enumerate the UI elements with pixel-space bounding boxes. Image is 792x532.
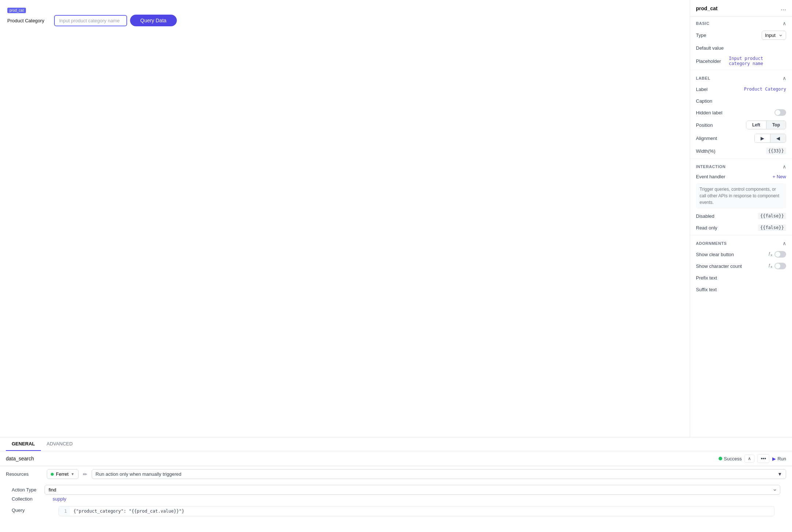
read-only-value: {{false}} bbox=[758, 224, 786, 231]
action-type-label: Action Type bbox=[12, 487, 45, 493]
tab-advanced[interactable]: ADVANCED bbox=[41, 437, 79, 451]
query-line-number: 1 bbox=[59, 506, 70, 516]
interaction-collapse-button[interactable]: ∧ bbox=[783, 164, 786, 170]
bottom-panel: GENERAL ADVANCED data_search Success ∧ •… bbox=[0, 437, 792, 532]
show-char-count-row: Show character count ƒx bbox=[690, 260, 792, 272]
show-char-count-toggle[interactable] bbox=[774, 263, 786, 269]
more-options-button[interactable]: ... bbox=[781, 4, 786, 12]
prefix-text-label: Prefix text bbox=[696, 275, 729, 281]
placeholder-row: Placeholder Input product category name bbox=[690, 54, 792, 68]
read-only-row: Read only {{false}} bbox=[690, 222, 792, 233]
divider-3 bbox=[690, 235, 792, 235]
toolbar-right: Success ∧ ••• ▶ Run bbox=[719, 454, 786, 463]
caption-row: Caption bbox=[690, 95, 792, 107]
new-event-handler-button[interactable]: + New bbox=[773, 174, 786, 179]
label-section-header: LABEL ∧ bbox=[690, 72, 792, 83]
basic-collapse-button[interactable]: ∧ bbox=[783, 20, 786, 26]
type-row: Type Input bbox=[690, 28, 792, 42]
query-editor[interactable]: 1 {"product_category": "{{prod_cat.value… bbox=[58, 506, 774, 516]
hidden-label-prop: Hidden label bbox=[696, 110, 729, 115]
disabled-value: {{false}} bbox=[758, 213, 786, 219]
collection-row: Collection supply bbox=[6, 496, 786, 502]
alignment-group: ▶ ◀ bbox=[754, 134, 786, 143]
query-label-row: Query 1 {"product_category": "{{prod_cat… bbox=[6, 505, 786, 518]
edit-icon[interactable]: ✏ bbox=[83, 471, 87, 477]
canvas-area: prod_cat Product Category Query Data bbox=[0, 0, 690, 437]
trigger-chevron-icon: ▼ bbox=[777, 471, 782, 477]
resource-name: Ferret bbox=[56, 471, 69, 477]
adornments-collapse-button[interactable]: ∧ bbox=[783, 240, 786, 246]
type-select[interactable]: Input bbox=[762, 31, 786, 40]
panel-title: prod_cat bbox=[696, 5, 717, 11]
adornments-section-header: ADORNMENTS ∧ bbox=[690, 237, 792, 248]
success-label: Success bbox=[724, 456, 742, 461]
success-badge: Success bbox=[719, 456, 742, 461]
show-char-count-controls: ƒx bbox=[768, 263, 786, 269]
placeholder-label: Placeholder bbox=[696, 58, 729, 64]
more-options-bottom-button[interactable]: ••• bbox=[757, 454, 769, 463]
run-button[interactable]: ▶ Run bbox=[772, 456, 786, 461]
show-clear-row: Show clear button ƒx bbox=[690, 248, 792, 260]
align-left-button[interactable]: ▶ bbox=[755, 134, 770, 142]
divider-2 bbox=[690, 158, 792, 159]
disabled-row: Disabled {{false}} bbox=[690, 210, 792, 222]
query-data-button[interactable]: Query Data bbox=[130, 15, 177, 26]
alignment-label: Alignment bbox=[696, 136, 729, 141]
chevron-up-button[interactable]: ∧ bbox=[745, 455, 754, 463]
right-panel: prod_cat ... BASIC ∧ Type Input Default … bbox=[690, 0, 792, 437]
position-label: Position bbox=[696, 122, 729, 128]
event-description: Trigger queries, control components, or … bbox=[696, 183, 786, 209]
default-value-row: Default value bbox=[690, 42, 792, 54]
query-code: {"product_category": "{{prod_cat.value}}… bbox=[70, 506, 774, 516]
label-value: Product Category bbox=[744, 87, 786, 92]
basic-section-title: BASIC bbox=[696, 21, 709, 26]
position-top-button[interactable]: Top bbox=[766, 121, 786, 129]
hidden-label-row: Hidden label bbox=[690, 107, 792, 118]
widget-tag: prod_cat bbox=[7, 8, 26, 13]
app-container: prod_cat Product Category Query Data pro… bbox=[0, 0, 792, 532]
position-group: Left Top bbox=[746, 121, 786, 129]
resource-dot bbox=[51, 473, 54, 476]
adornments-section-title: ADORNMENTS bbox=[696, 241, 727, 246]
hidden-label-toggle[interactable] bbox=[774, 109, 786, 116]
show-clear-toggle[interactable] bbox=[774, 251, 786, 258]
bottom-toolbar: data_search Success ∧ ••• ▶ Run bbox=[0, 451, 792, 466]
trigger-select[interactable]: Run action only when manually triggered … bbox=[92, 469, 786, 479]
default-value-label: Default value bbox=[696, 45, 729, 51]
alignment-row: Alignment ▶ ◀ bbox=[690, 132, 792, 145]
interaction-section-title: INTERACTION bbox=[696, 164, 726, 169]
product-category-input[interactable] bbox=[54, 15, 127, 26]
resources-row: Resources Ferret ▼ ✏ Run action only whe… bbox=[6, 469, 786, 479]
event-handler-label: Event handler bbox=[696, 174, 729, 179]
panel-header: prod_cat ... bbox=[690, 0, 792, 17]
action-type-select[interactable]: find bbox=[45, 485, 780, 495]
show-clear-label: Show clear button bbox=[696, 252, 734, 257]
play-icon: ▶ bbox=[772, 456, 776, 461]
trigger-label: Run action only when manually triggered bbox=[96, 471, 182, 477]
position-left-button[interactable]: Left bbox=[746, 121, 766, 129]
collection-value: supply bbox=[53, 496, 66, 502]
label-collapse-button[interactable]: ∧ bbox=[783, 75, 786, 81]
query-label: Query bbox=[12, 506, 48, 513]
widget-label: Product Category bbox=[7, 18, 51, 23]
tab-general[interactable]: GENERAL bbox=[6, 437, 41, 451]
suffix-text-label: Suffix text bbox=[696, 287, 729, 292]
divider-1 bbox=[690, 70, 792, 70]
label-section-title: LABEL bbox=[696, 76, 710, 80]
width-row: Width(%) {{33}} bbox=[690, 145, 792, 157]
show-clear-controls: ƒx bbox=[768, 251, 786, 258]
position-row: Position Left Top bbox=[690, 118, 792, 132]
resource-select[interactable]: Ferret ▼ bbox=[47, 469, 79, 479]
suffix-text-row: Suffix text bbox=[690, 284, 792, 295]
bottom-tabs: GENERAL ADVANCED bbox=[0, 437, 792, 451]
canvas-widget: prod_cat Product Category Query Data bbox=[7, 8, 177, 26]
widget-row: Product Category Query Data bbox=[7, 15, 177, 26]
resources-label: Resources bbox=[6, 471, 42, 477]
align-right-button[interactable]: ◀ bbox=[770, 134, 786, 142]
resource-chevron-icon: ▼ bbox=[71, 472, 75, 476]
read-only-label: Read only bbox=[696, 225, 729, 231]
type-label: Type bbox=[696, 33, 729, 38]
show-char-formula-icon: ƒx bbox=[768, 263, 772, 269]
success-dot bbox=[719, 457, 722, 460]
query-line-row: 1 {"product_category": "{{prod_cat.value… bbox=[59, 506, 774, 516]
